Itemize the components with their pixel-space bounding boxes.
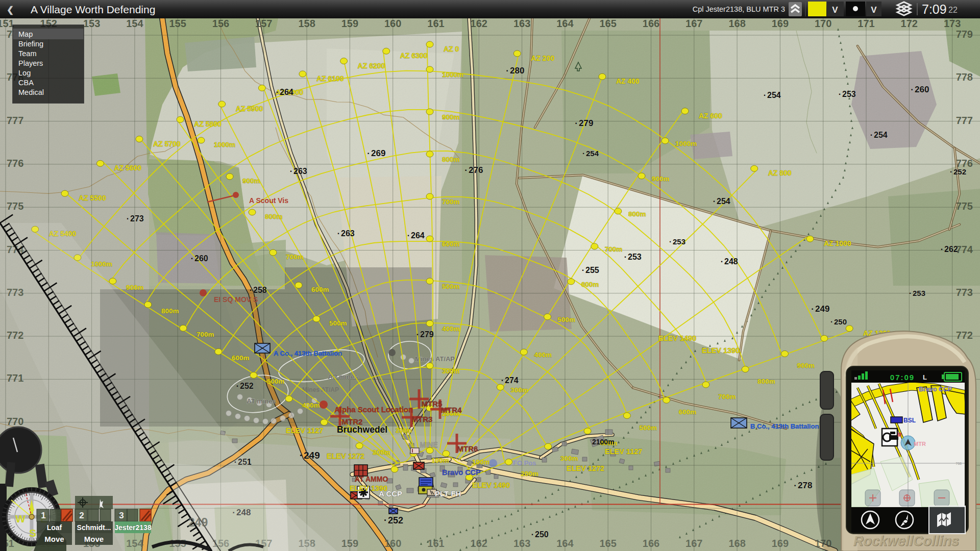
svg-text:775: 775 bbox=[956, 201, 973, 212]
svg-text:249: 249 bbox=[188, 516, 208, 529]
svg-text:254: 254 bbox=[767, 91, 781, 99]
svg-text:·: · bbox=[669, 237, 672, 246]
svg-text:FO Pos: FO Pos bbox=[513, 459, 536, 467]
svg-text:·: · bbox=[909, 289, 912, 297]
svg-text:Schmidt...: Schmidt... bbox=[77, 523, 111, 532]
svg-text:253: 253 bbox=[673, 237, 685, 246]
svg-text:500m: 500m bbox=[558, 316, 576, 323]
svg-text:276: 276 bbox=[469, 165, 483, 175]
svg-text:200m: 200m bbox=[521, 470, 539, 478]
svg-text:B Co., 413th Battalion: B Co., 413th Battalion bbox=[750, 422, 819, 430]
svg-text:300m: 300m bbox=[560, 455, 578, 462]
svg-text:159: 159 bbox=[341, 538, 358, 549]
svg-text:Map: Map bbox=[18, 30, 33, 38]
svg-text:·: · bbox=[506, 66, 509, 76]
svg-text:776: 776 bbox=[7, 158, 23, 169]
svg-text:·: · bbox=[870, 131, 873, 139]
svg-text:·: · bbox=[721, 257, 723, 266]
svg-text:·: · bbox=[941, 245, 943, 254]
svg-text:Loaf: Loaf bbox=[47, 523, 62, 532]
svg-text:·: · bbox=[250, 286, 252, 294]
svg-text:273: 273 bbox=[130, 214, 144, 223]
svg-text:Bruchwedel: Bruchwedel bbox=[337, 424, 387, 435]
svg-text:775: 775 bbox=[7, 201, 23, 212]
svg-text:RockwellCollins: RockwellCollins bbox=[853, 533, 959, 548]
svg-text:L: L bbox=[923, 373, 927, 381]
svg-text:AZ 6100: AZ 6100 bbox=[316, 74, 344, 83]
svg-text:800m: 800m bbox=[161, 307, 179, 315]
svg-text:ELEV 1272: ELEV 1272 bbox=[567, 464, 604, 472]
svg-text:264: 264 bbox=[280, 88, 293, 96]
svg-text:AZ 400: AZ 400 bbox=[616, 77, 640, 85]
svg-text:269: 269 bbox=[371, 148, 385, 158]
svg-text:254: 254 bbox=[586, 149, 599, 158]
svg-text:773: 773 bbox=[956, 287, 973, 298]
svg-text:163: 163 bbox=[513, 18, 530, 29]
svg-text:157: 157 bbox=[255, 18, 272, 29]
svg-text:V: V bbox=[871, 5, 877, 15]
svg-text:248: 248 bbox=[724, 257, 738, 266]
svg-text:ELEV 1490: ELEV 1490 bbox=[658, 334, 696, 342]
svg-text:·: · bbox=[384, 515, 387, 525]
svg-text:Move: Move bbox=[44, 535, 64, 543]
svg-text:ELEV 1390: ELEV 1390 bbox=[702, 346, 740, 355]
svg-text:·: · bbox=[337, 229, 340, 238]
svg-text:·: · bbox=[407, 231, 410, 240]
svg-text:173: 173 bbox=[944, 18, 961, 29]
svg-text:·: · bbox=[575, 118, 578, 128]
svg-text:M: M bbox=[897, 432, 901, 438]
svg-text:ELEV 1127: ELEV 1127 bbox=[605, 447, 642, 456]
svg-text:PLT FH: PLT FH bbox=[435, 489, 461, 498]
svg-text:162: 162 bbox=[471, 538, 487, 549]
svg-text:·: · bbox=[191, 254, 193, 263]
svg-text:500m: 500m bbox=[442, 283, 460, 290]
svg-text:ELEV 1390: ELEV 1390 bbox=[350, 484, 387, 492]
svg-text:Briefing: Briefing bbox=[18, 40, 43, 48]
svg-text:V: V bbox=[832, 5, 838, 15]
svg-text:AZ 200: AZ 200 bbox=[531, 54, 554, 62]
svg-text:A Village Worth Defending: A Village Worth Defending bbox=[31, 4, 155, 15]
svg-text:Jester2138: Jester2138 bbox=[114, 523, 152, 532]
svg-text:253: 253 bbox=[842, 90, 856, 98]
svg-text:167: 167 bbox=[685, 538, 702, 549]
svg-text:171: 171 bbox=[857, 18, 874, 29]
svg-text:258: 258 bbox=[253, 286, 267, 294]
svg-text:159: 159 bbox=[341, 18, 358, 29]
svg-text:600m: 600m bbox=[232, 354, 250, 362]
svg-text:Players: Players bbox=[18, 59, 43, 67]
svg-text:07:09: 07:09 bbox=[890, 373, 915, 382]
svg-text:1: 1 bbox=[41, 511, 45, 520]
svg-text:700m: 700m bbox=[197, 331, 214, 338]
svg-text:·: · bbox=[713, 197, 716, 206]
svg-text:❮: ❮ bbox=[7, 5, 14, 15]
svg-text:W: W bbox=[15, 513, 26, 524]
svg-text:·: · bbox=[367, 148, 370, 158]
svg-text:·: · bbox=[794, 481, 797, 490]
svg-text:AZ 5900: AZ 5900 bbox=[236, 105, 263, 113]
svg-text:MTR6: MTR6 bbox=[457, 444, 478, 453]
svg-text:·: · bbox=[950, 167, 952, 176]
svg-text:253: 253 bbox=[913, 289, 925, 297]
svg-text:500m: 500m bbox=[639, 424, 657, 432]
svg-text:7:09: 7:09 bbox=[922, 2, 947, 16]
svg-text:3: 3 bbox=[119, 511, 124, 520]
svg-text:700m: 700m bbox=[286, 253, 304, 261]
svg-text:279: 279 bbox=[579, 118, 593, 128]
svg-text:AZ 800: AZ 800 bbox=[768, 169, 792, 177]
svg-text:168: 168 bbox=[728, 18, 745, 29]
svg-text:2: 2 bbox=[79, 511, 84, 520]
svg-text:400m: 400m bbox=[534, 351, 552, 359]
svg-text:274: 274 bbox=[505, 376, 519, 385]
svg-text:1000m: 1000m bbox=[675, 140, 697, 147]
svg-text:700m: 700m bbox=[605, 245, 623, 253]
svg-text:254: 254 bbox=[874, 131, 888, 139]
svg-text:MINE: MINE bbox=[420, 441, 438, 449]
svg-text:800m: 800m bbox=[757, 378, 775, 385]
svg-text:Bravo CCP: Bravo CCP bbox=[442, 468, 481, 477]
svg-text:167: 167 bbox=[685, 18, 702, 29]
svg-text:Medical: Medical bbox=[18, 88, 44, 96]
svg-text:280: 280 bbox=[510, 66, 524, 76]
svg-text:MTR4: MTR4 bbox=[441, 406, 462, 414]
svg-text:900m: 900m bbox=[652, 175, 670, 183]
svg-text:770: 770 bbox=[7, 416, 23, 427]
